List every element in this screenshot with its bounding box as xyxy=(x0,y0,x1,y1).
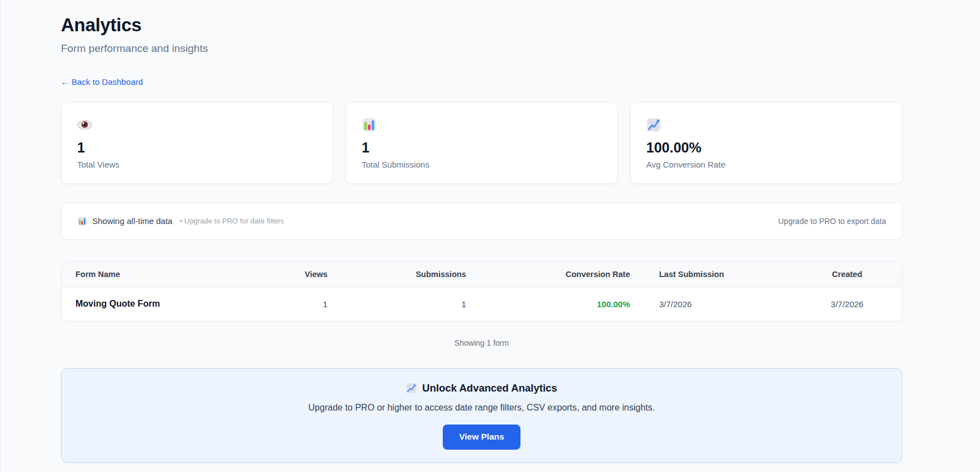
back-to-dashboard-link[interactable]: ←Back to Dashboard xyxy=(61,77,143,87)
column-header-last-submission: Last Submission xyxy=(631,261,793,287)
cell-last-submission: 3/7/2026 xyxy=(631,287,793,321)
upsell-banner: Unlock Advanced Analytics Upgrade to PRO… xyxy=(61,368,902,463)
total-views-value: 1 xyxy=(77,140,317,156)
stat-card-avg-conversion: 100.00% Avg Conversion Rate xyxy=(630,102,902,184)
info-bar-export-text: Upgrade to PRO to export data xyxy=(778,217,886,226)
info-bar: Showing all-time data • Upgrade to PRO f… xyxy=(61,203,902,240)
total-submissions-value: 1 xyxy=(362,140,602,156)
table-footer-count: Showing 1 form xyxy=(61,338,902,347)
forms-table: Form Name Views Submissions Conversion R… xyxy=(61,261,902,321)
cell-form-name: Moving Quote Form xyxy=(61,287,258,321)
info-bar-left: Showing all-time data • Upgrade to PRO f… xyxy=(77,216,284,227)
total-submissions-label: Total Submissions xyxy=(362,160,602,169)
table-header-row: Form Name Views Submissions Conversion R… xyxy=(61,261,902,287)
chart-increasing-icon xyxy=(646,117,886,133)
back-link-label: Back to Dashboard xyxy=(72,77,143,87)
table-row: Moving Quote Form 1 1 100.00% 3/7/2026 3… xyxy=(61,287,902,321)
info-bar-primary-text: Showing all-time data xyxy=(92,216,172,226)
avg-conversion-label: Avg Conversion Rate xyxy=(646,160,886,169)
cell-submissions: 1 xyxy=(329,287,467,321)
analytics-page: { "page": { "title": "Analytics", "subti… xyxy=(0,0,980,472)
eye-icon xyxy=(77,117,317,133)
page-subtitle: Form performance and insights xyxy=(61,42,902,55)
left-arrow-icon: ← xyxy=(61,77,69,87)
column-header-views: Views xyxy=(258,261,329,287)
bar-chart-icon xyxy=(77,216,87,227)
view-plans-button[interactable]: View Plans xyxy=(443,425,520,450)
stat-card-total-views: 1 Total Views xyxy=(61,102,333,184)
forms-table-card: Form Name Views Submissions Conversion R… xyxy=(61,261,902,321)
upsell-description: Upgrade to PRO or higher to access date … xyxy=(309,403,655,413)
column-header-created: Created xyxy=(793,261,902,287)
column-header-conversion-rate: Conversion Rate xyxy=(467,261,631,287)
upsell-title: Unlock Advanced Analytics xyxy=(422,382,557,394)
cell-created: 3/7/2026 xyxy=(793,287,902,321)
cell-conversion-rate: 100.00% xyxy=(467,287,631,321)
info-bar-secondary-text: • Upgrade to PRO for date filters xyxy=(179,217,284,225)
bar-chart-icon xyxy=(362,117,602,133)
total-views-label: Total Views xyxy=(77,160,317,169)
content-container: Analytics Form performance and insights … xyxy=(61,0,902,463)
column-header-form-name: Form Name xyxy=(61,261,258,287)
cell-views: 1 xyxy=(258,287,329,321)
stat-card-total-submissions: 1 Total Submissions xyxy=(345,102,618,184)
column-header-submissions: Submissions xyxy=(329,261,467,287)
page-title: Analytics xyxy=(61,0,902,36)
stats-cards: 1 Total Views 1 Total Submissions 100.00… xyxy=(61,102,902,184)
avg-conversion-value: 100.00% xyxy=(646,140,886,156)
upsell-title-row: Unlock Advanced Analytics xyxy=(406,382,557,394)
chart-increasing-icon xyxy=(406,383,417,394)
